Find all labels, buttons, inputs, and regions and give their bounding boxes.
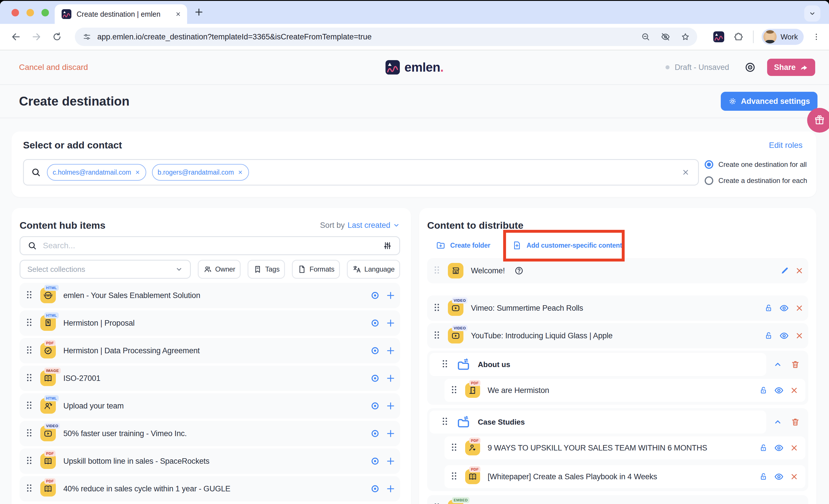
drag-handle-icon[interactable] xyxy=(27,457,33,465)
bookmark-star-icon[interactable] xyxy=(681,32,690,42)
add-item-icon[interactable] xyxy=(386,346,396,356)
cancel-and-discard-link[interactable]: Cancel and discard xyxy=(19,63,88,72)
advanced-settings-button[interactable]: Advanced settings xyxy=(721,92,818,111)
collapse-folder-icon[interactable] xyxy=(773,360,782,369)
drag-handle-icon[interactable] xyxy=(27,319,33,327)
distribute-item-row-partial[interactable]: EMBED xyxy=(427,495,808,504)
chip-remove-icon[interactable] xyxy=(238,169,243,175)
folder-child-row[interactable]: PDF We are Hermiston xyxy=(444,379,805,402)
filter-sliders-icon[interactable] xyxy=(383,241,392,250)
filter-owner-button[interactable]: Owner xyxy=(198,260,241,279)
drag-handle-icon[interactable] xyxy=(27,291,33,300)
sort-by[interactable]: Sort by Last created xyxy=(320,221,400,230)
filter-formats-button[interactable]: Formats xyxy=(292,260,340,279)
maximize-window-button[interactable] xyxy=(41,9,49,16)
delete-folder-icon[interactable] xyxy=(790,417,800,427)
folder-child-row[interactable]: PDF [Whitepaper] Create a Sales Playbook… xyxy=(444,465,805,488)
content-hub-item-row[interactable]: IMAGE ISO-27001 xyxy=(20,365,400,391)
share-button[interactable]: Share xyxy=(767,59,815,76)
edit-pencil-icon[interactable] xyxy=(780,266,789,275)
preview-destination-icon[interactable] xyxy=(370,484,380,494)
reload-icon[interactable] xyxy=(52,32,62,42)
drag-handle-icon[interactable] xyxy=(435,304,440,312)
preview-destination-icon[interactable] xyxy=(370,374,380,383)
contact-chip[interactable]: b.rogers@randatmail.com xyxy=(152,164,249,181)
back-icon[interactable] xyxy=(10,31,21,42)
preview-eye-icon[interactable] xyxy=(774,385,784,395)
help-question-icon[interactable] xyxy=(514,266,524,276)
preview-eye-icon[interactable] xyxy=(774,471,784,482)
radio-one-destination-for-all[interactable]: Create one destination for all xyxy=(705,160,807,169)
lock-open-icon[interactable] xyxy=(764,331,773,340)
welcome-row[interactable]: Welcome! xyxy=(427,258,808,283)
lock-open-icon[interactable] xyxy=(759,386,768,395)
remove-item-icon[interactable] xyxy=(790,472,798,481)
profile-chip[interactable]: Work xyxy=(762,29,804,45)
select-collections-dropdown[interactable]: Select collections xyxy=(20,260,191,279)
minimize-window-button[interactable] xyxy=(27,9,34,16)
preview-eye-icon[interactable] xyxy=(744,61,756,73)
hub-search-input[interactable]: Search... xyxy=(20,236,400,255)
add-item-icon[interactable] xyxy=(386,429,396,438)
drag-handle-icon[interactable] xyxy=(27,401,33,410)
forward-icon[interactable] xyxy=(31,31,42,42)
lock-open-icon[interactable] xyxy=(759,472,768,481)
content-hub-item-row[interactable]: HTML emlen - Your Sales Enablement Solut… xyxy=(20,283,400,308)
tab-close-icon[interactable] xyxy=(175,11,181,17)
filter-language-button[interactable]: Language xyxy=(347,260,400,279)
folder-child-row[interactable]: PDF 9 WAYS TO UPSKILL YOUR SALES TEAM WI… xyxy=(444,436,805,459)
preview-eye-icon[interactable] xyxy=(779,331,789,341)
content-hub-item-row[interactable]: PDF 40% reduce in sales cycle within 1 y… xyxy=(20,476,400,501)
close-window-button[interactable] xyxy=(11,9,19,16)
zoom-icon[interactable] xyxy=(641,32,651,42)
add-item-icon[interactable] xyxy=(386,290,396,300)
create-folder-button[interactable]: Create folder xyxy=(436,240,490,250)
drag-handle-icon[interactable] xyxy=(435,332,440,340)
preview-destination-icon[interactable] xyxy=(370,456,380,466)
collapse-folder-icon[interactable] xyxy=(773,417,782,427)
sort-by-value[interactable]: Last created xyxy=(348,221,390,230)
content-hub-item-row[interactable]: VIDEO 50% faster user training - Vimeo I… xyxy=(20,421,400,446)
emlen-extension-icon[interactable] xyxy=(713,31,724,42)
window-controls[interactable] xyxy=(11,9,49,16)
add-item-icon[interactable] xyxy=(386,456,396,466)
edit-roles-link[interactable]: Edit roles xyxy=(769,141,802,150)
remove-item-icon[interactable] xyxy=(795,266,804,275)
remove-item-icon[interactable] xyxy=(790,443,798,452)
radio-destination-for-each[interactable]: Create a destination for each xyxy=(705,176,807,185)
folder-row[interactable]: About us xyxy=(429,353,766,376)
contact-chip[interactable]: c.holmes@randatmail.com xyxy=(47,164,146,181)
lock-open-icon[interactable] xyxy=(759,443,768,453)
add-item-icon[interactable] xyxy=(386,484,396,494)
chip-remove-icon[interactable] xyxy=(135,169,141,175)
delete-folder-icon[interactable] xyxy=(790,359,800,370)
drag-handle-icon[interactable] xyxy=(27,346,33,355)
browser-menu-icon[interactable] xyxy=(812,32,821,41)
lock-open-icon[interactable] xyxy=(764,304,773,313)
folder-row[interactable]: Case Studies xyxy=(429,411,766,433)
drag-handle-icon[interactable] xyxy=(27,484,33,493)
content-hub-item-row[interactable]: PDF Hermiston | Data Processing Agreemen… xyxy=(20,338,400,363)
distribute-item-row[interactable]: VIDEO Vimeo: Summertime Peach Rolls xyxy=(427,296,808,321)
drag-handle-icon[interactable] xyxy=(452,443,458,452)
contact-search-input[interactable]: c.holmes@randatmail.com b.rogers@randatm… xyxy=(23,159,699,186)
content-hub-item-row[interactable]: HTML Hermiston | Proposal xyxy=(20,310,400,336)
preview-eye-icon[interactable] xyxy=(779,503,789,504)
preview-destination-icon[interactable] xyxy=(370,401,380,411)
tab-search-button[interactable] xyxy=(804,5,820,22)
site-settings-icon[interactable] xyxy=(82,32,92,41)
distribute-item-row[interactable]: VIDEO YouTube: Introducing Liquid Glass … xyxy=(427,323,808,348)
filter-tags-button[interactable]: Tags xyxy=(248,260,285,279)
drag-handle-icon[interactable] xyxy=(452,386,458,395)
drag-handle-icon[interactable] xyxy=(27,374,33,383)
content-hub-item-row[interactable]: PDF Upskill bottom line in sales - Space… xyxy=(20,449,400,474)
preview-destination-icon[interactable] xyxy=(370,429,380,438)
preview-destination-icon[interactable] xyxy=(370,346,380,356)
address-bar[interactable]: app.emlen.io/create_destination?template… xyxy=(75,28,697,46)
new-tab-button[interactable] xyxy=(194,7,204,17)
remove-item-icon[interactable] xyxy=(795,332,804,340)
browser-tab[interactable]: Create destination | emlen xyxy=(55,4,187,24)
remove-item-icon[interactable] xyxy=(795,304,804,312)
gift-button[interactable] xyxy=(807,108,829,132)
content-hub-item-row[interactable]: HTML Upload your team xyxy=(20,393,400,419)
